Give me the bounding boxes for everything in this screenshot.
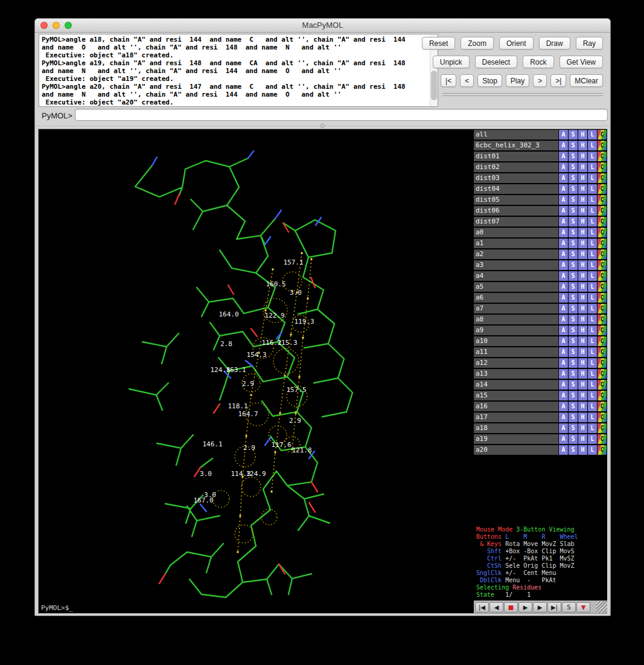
- label-button[interactable]: L: [588, 326, 597, 335]
- hide-button[interactable]: H: [578, 358, 587, 368]
- action-button[interactable]: A: [559, 293, 568, 303]
- command-input[interactable]: [75, 109, 608, 121]
- action-button[interactable]: A: [559, 130, 568, 140]
- show-button[interactable]: S: [569, 358, 578, 368]
- object-name[interactable]: all: [474, 130, 558, 140]
- hide-button[interactable]: H: [578, 336, 587, 346]
- action-button[interactable]: A: [559, 347, 568, 357]
- viewport[interactable]: 157.1160.53.0164.0122.9119.32.8116.2115.…: [39, 129, 473, 613]
- action-button[interactable]: A: [559, 141, 568, 150]
- previous-frame-button[interactable]: ◀: [489, 602, 503, 612]
- stop-playback-button[interactable]: ■: [504, 602, 518, 612]
- label-button[interactable]: L: [588, 282, 597, 292]
- color-button[interactable]: C: [598, 336, 607, 346]
- label-button[interactable]: L: [588, 413, 597, 422]
- action-button[interactable]: A: [559, 358, 568, 368]
- object-name[interactable]: a5: [474, 282, 558, 292]
- show-button[interactable]: S: [569, 228, 578, 237]
- console[interactable]: PyMOL>angle a18, chain "A" and resi 144 …: [39, 34, 438, 107]
- hide-button[interactable]: H: [578, 347, 587, 357]
- action-button[interactable]: A: [559, 239, 568, 248]
- color-button[interactable]: C: [598, 413, 607, 422]
- object-name[interactable]: a15: [474, 391, 558, 400]
- show-button[interactable]: S: [569, 282, 578, 292]
- show-button[interactable]: S: [569, 402, 578, 411]
- show-button[interactable]: S: [569, 130, 578, 140]
- color-button[interactable]: C: [598, 206, 607, 216]
- object-name[interactable]: a6: [474, 293, 558, 303]
- show-button[interactable]: S: [569, 239, 578, 248]
- color-button[interactable]: C: [598, 380, 607, 390]
- object-name[interactable]: dist05: [474, 195, 558, 205]
- action-button[interactable]: A: [559, 369, 568, 379]
- hide-button[interactable]: H: [578, 217, 587, 226]
- action-button[interactable]: A: [559, 282, 568, 292]
- zoom-button[interactable]: Zoom: [461, 37, 494, 50]
- show-button[interactable]: S: [569, 304, 578, 313]
- color-button[interactable]: C: [598, 347, 607, 357]
- show-button[interactable]: S: [569, 423, 578, 433]
- show-button[interactable]: S: [569, 173, 578, 183]
- object-name[interactable]: a13: [474, 369, 558, 379]
- show-button[interactable]: S: [569, 413, 578, 422]
- label-button[interactable]: L: [588, 228, 597, 237]
- color-button[interactable]: C: [598, 239, 607, 248]
- go-to-first-frame-button[interactable]: |◀: [475, 602, 489, 612]
- action-button[interactable]: A: [559, 173, 568, 183]
- show-button[interactable]: S: [569, 260, 578, 270]
- color-button[interactable]: C: [598, 260, 607, 270]
- rock-button[interactable]: Rock: [523, 56, 553, 68]
- object-name[interactable]: a7: [474, 304, 558, 313]
- color-button[interactable]: C: [598, 173, 607, 183]
- label-button[interactable]: L: [588, 347, 597, 357]
- label-button[interactable]: L: [588, 217, 597, 226]
- object-name[interactable]: a2: [474, 249, 558, 259]
- color-button[interactable]: C: [598, 369, 607, 379]
- object-name[interactable]: a19: [474, 434, 558, 444]
- hide-button[interactable]: H: [578, 184, 587, 194]
- show-button[interactable]: S: [569, 195, 578, 205]
- hide-button[interactable]: H: [578, 391, 587, 400]
- show-button[interactable]: S: [569, 184, 578, 194]
- object-name[interactable]: a14: [474, 380, 558, 390]
- reset-button[interactable]: Reset: [422, 37, 455, 50]
- object-name[interactable]: a17: [474, 413, 558, 422]
- object-name[interactable]: dist02: [474, 162, 558, 172]
- object-name[interactable]: 6cbc_helix_302_3: [474, 141, 558, 150]
- label-button[interactable]: L: [588, 434, 597, 444]
- object-name[interactable]: dist04: [474, 184, 558, 194]
- hide-button[interactable]: H: [578, 413, 587, 422]
- hide-button[interactable]: H: [578, 152, 587, 161]
- action-button[interactable]: A: [559, 260, 568, 270]
- orient-button[interactable]: Orient: [499, 37, 534, 50]
- action-button[interactable]: A: [559, 402, 568, 411]
- color-button[interactable]: C: [598, 249, 607, 259]
- color-button[interactable]: C: [598, 326, 607, 335]
- color-button[interactable]: C: [598, 293, 607, 303]
- action-button[interactable]: A: [559, 391, 568, 400]
- color-button[interactable]: C: [598, 152, 607, 161]
- object-name[interactable]: a11: [474, 347, 558, 357]
- label-button[interactable]: L: [588, 358, 597, 368]
- label-button[interactable]: L: [588, 249, 597, 259]
- action-button[interactable]: A: [559, 315, 568, 324]
- object-name[interactable]: a10: [474, 336, 558, 346]
- color-button[interactable]: C: [598, 162, 607, 172]
- color-button[interactable]: C: [598, 130, 607, 140]
- action-button[interactable]: A: [559, 228, 568, 237]
- label-button[interactable]: L: [588, 423, 597, 433]
- label-button[interactable]: L: [588, 173, 597, 183]
- step-forward-button[interactable]: >: [533, 74, 547, 87]
- hide-button[interactable]: H: [578, 282, 587, 292]
- hide-button[interactable]: H: [578, 369, 587, 379]
- action-button[interactable]: A: [559, 304, 568, 313]
- object-name[interactable]: a16: [474, 402, 558, 411]
- label-button[interactable]: L: [588, 130, 597, 140]
- color-button[interactable]: C: [598, 391, 607, 400]
- label-button[interactable]: L: [588, 260, 597, 270]
- hide-button[interactable]: H: [578, 380, 587, 390]
- show-button[interactable]: S: [569, 206, 578, 216]
- deselect-button[interactable]: Deselect: [475, 56, 518, 68]
- hide-button[interactable]: H: [578, 445, 587, 455]
- hide-button[interactable]: H: [578, 304, 587, 313]
